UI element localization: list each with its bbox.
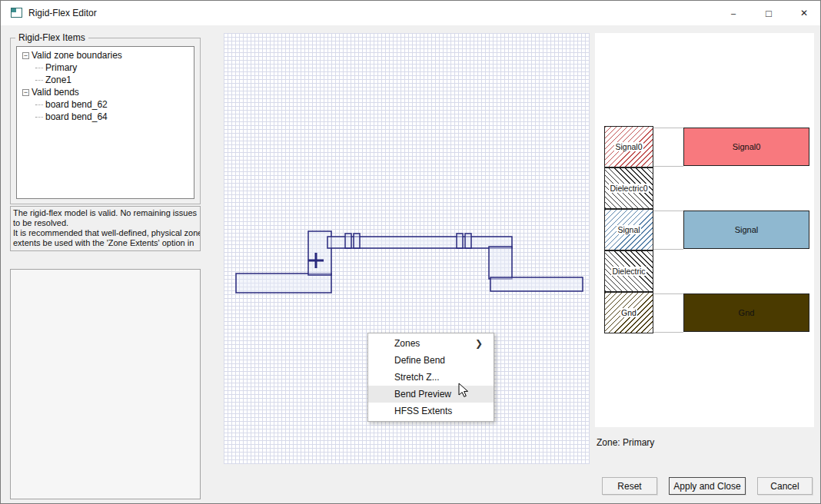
zone-label: Zone: Primary — [597, 437, 654, 448]
tree-item-zone1[interactable]: Zone1 — [17, 74, 194, 86]
close-icon: ✕ — [800, 8, 808, 18]
layer-connector-line — [653, 249, 683, 250]
group-title: Rigid-Flex Items — [15, 32, 88, 43]
layer-label: Signal0 — [614, 142, 643, 151]
menu-item-stretch-z[interactable]: Stretch Z... — [368, 369, 494, 386]
tree-item-label: board bend_64 — [45, 111, 108, 122]
message-line: The rigid-flex model is valid. No remain… — [13, 208, 198, 218]
menu-item-zones[interactable]: Zones ❯ — [368, 335, 494, 352]
bend-marker — [354, 234, 360, 248]
tree-item-valid-zone-boundaries[interactable]: − Valid zone boundaries — [17, 49, 194, 61]
layer-color-swatch-gnd[interactable]: Gnd — [683, 293, 809, 332]
context-menu: Zones ❯ Define Bend Stretch Z... Bend Pr… — [367, 333, 494, 422]
properties-panel — [10, 269, 201, 499]
minimize-button[interactable]: – — [716, 1, 751, 25]
title-bar: Rigid-Flex Editor – □ ✕ — [1, 1, 820, 25]
layer-label: Dielectric — [611, 267, 646, 276]
menu-item-bend-preview[interactable]: Bend Preview — [368, 386, 494, 403]
layer-label: Signal — [735, 225, 759, 234]
layer-connector-line — [653, 211, 683, 211]
menu-item-label: Bend Preview — [394, 389, 451, 400]
rigid-flex-tree: − Valid zone boundaries Primary Zone1 − … — [16, 46, 194, 199]
stackup-layer-signal0[interactable]: Signal0 — [604, 126, 653, 167]
tree-item-label: Valid bends — [32, 87, 79, 98]
maximize-button[interactable]: □ — [751, 1, 786, 25]
stackup-layer-dielectric0[interactable]: Dielectric0 — [604, 167, 653, 209]
bend-marker — [345, 234, 351, 248]
menu-item-label: Zones — [394, 338, 420, 349]
message-line: to be resolved. — [13, 218, 198, 228]
maximize-icon: □ — [766, 8, 772, 19]
tree-guide-line — [35, 80, 43, 81]
minimize-icon: – — [731, 8, 736, 18]
bend-marker — [457, 234, 463, 248]
layer-label: Gnd — [620, 308, 637, 317]
message-line: extents be used with the 'Zone Extents' … — [13, 238, 198, 248]
menu-item-label: HFSS Extents — [394, 406, 452, 416]
board-segment — [489, 247, 512, 279]
rigid-flex-items-group: Rigid-Flex Items − Valid zone boundaries… — [10, 38, 201, 204]
tree-item-board-bend-64[interactable]: board bend_64 — [17, 111, 194, 123]
bend-marker — [465, 234, 471, 248]
layer-connector-line — [653, 293, 683, 294]
stackup-panel: Signal0 Dielectric0 Signal Dielectric Gn… — [595, 33, 814, 427]
tree-item-primary[interactable]: Primary — [17, 61, 194, 74]
layer-label: Signal0 — [733, 142, 761, 151]
close-button[interactable]: ✕ — [786, 1, 821, 25]
tree-item-label: Primary — [45, 62, 77, 73]
layer-connector-line — [653, 128, 683, 128]
layer-label: Signal — [617, 225, 640, 234]
message-line: It is recommended that well-defined, phy… — [13, 228, 198, 238]
reset-button[interactable]: Reset — [602, 477, 657, 495]
mouse-cursor-icon — [458, 383, 469, 398]
tree-item-valid-bends[interactable]: − Valid bends — [17, 86, 194, 98]
collapse-icon[interactable]: − — [22, 52, 29, 59]
menu-item-label: Define Bend — [394, 355, 445, 366]
tree-guide-line — [35, 68, 43, 68]
menu-item-hfss-extents[interactable]: HFSS Extents — [368, 403, 494, 419]
tree-guide-line — [35, 104, 43, 105]
menu-item-label: Stretch Z... — [394, 372, 440, 383]
window-title: Rigid-Flex Editor — [28, 8, 97, 18]
board-segment — [490, 277, 583, 291]
submenu-arrow-icon: ❯ — [475, 335, 483, 352]
app-icon — [11, 8, 22, 18]
layer-label: Gnd — [739, 308, 755, 317]
tree-item-label: Zone1 — [45, 75, 71, 85]
board-segment — [236, 274, 331, 293]
layer-connector-line — [653, 332, 683, 333]
collapse-icon[interactable]: − — [22, 89, 29, 96]
tree-item-board-bend-62[interactable]: board bend_62 — [17, 98, 194, 111]
layer-connector-line — [653, 166, 683, 167]
stackup-layer-dielectric[interactable]: Dielectric — [604, 250, 653, 292]
tree-item-label: Valid zone boundaries — [32, 50, 122, 61]
stackup-layer-gnd[interactable]: Gnd — [604, 292, 653, 333]
stackup-layer-signal[interactable]: Signal — [604, 209, 653, 250]
apply-and-close-button[interactable]: Apply and Close — [669, 477, 746, 495]
layer-color-swatch-signal[interactable]: Signal — [683, 211, 809, 249]
validation-message: The rigid-flex model is valid. No remain… — [10, 206, 201, 251]
cancel-button[interactable]: Cancel — [757, 477, 813, 495]
menu-item-define-bend[interactable]: Define Bend — [368, 352, 494, 369]
layer-color-swatch-signal0[interactable]: Signal0 — [683, 128, 809, 166]
rigid-flex-editor-window: Rigid-Flex Editor – □ ✕ Rigid-Flex Items… — [0, 0, 821, 504]
tree-guide-line — [35, 117, 43, 118]
tree-item-label: board bend_62 — [45, 99, 108, 110]
layer-label: Dielectric0 — [609, 184, 648, 193]
